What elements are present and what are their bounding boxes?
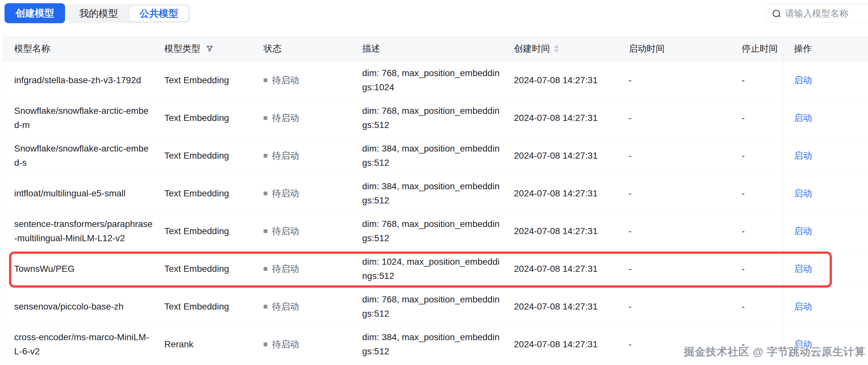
cell-created-time: 2024-07-08 14:27:31 [506, 62, 621, 99]
sort-desc-icon [554, 49, 559, 53]
cell-action: 启动 [783, 99, 868, 137]
cell-action: 启动 [783, 250, 868, 288]
status-dot-icon [264, 116, 268, 120]
col-header-model-type: 模型类型 [157, 36, 256, 61]
start-model-link[interactable]: 启动 [794, 111, 812, 125]
cell-stop-time: - [734, 175, 783, 212]
start-model-link[interactable]: 启动 [794, 224, 812, 238]
status-label: 待启动 [272, 149, 299, 163]
start-model-link[interactable]: 启动 [794, 73, 812, 87]
cell-description: dim: 384, max_position_embeddings:512 [354, 137, 506, 174]
status-label: 待启动 [272, 73, 299, 87]
status-label: 待启动 [272, 337, 299, 352]
cell-action: 启动 [783, 213, 868, 250]
model-console-page: 创建模型 我的模型 公共模型 模型名称 模型类型 状态 [0, 0, 868, 365]
col-header-stop-time: 停止时间 [734, 36, 783, 61]
status-label: 待启动 [272, 300, 299, 314]
cell-status: 待启动 [256, 326, 354, 363]
cell-action: 启动 [783, 175, 868, 212]
cell-description: dim: 768, max_position_embeddings:1024 [354, 62, 506, 99]
cell-created-time: 2024-07-08 14:27:31 [506, 326, 621, 363]
cell-created-time: 2024-07-08 14:27:31 [506, 175, 621, 212]
cell-model-name: sentence-transformers/paraphrase-multili… [3, 213, 157, 250]
cell-start-time: - [621, 137, 734, 174]
col-header-status: 状态 [256, 36, 354, 61]
status-label: 待启动 [272, 186, 299, 201]
cell-created-time: 2024-07-08 14:27:31 [506, 288, 621, 325]
col-header-action: 操作 [783, 36, 868, 61]
status-dot-icon [264, 192, 268, 195]
start-model-link[interactable]: 启动 [794, 300, 812, 314]
cell-status: 待启动 [256, 99, 354, 137]
table-row: TownsWu/PEG Text Embedding 待启动 dim: 1024… [3, 250, 868, 288]
cell-model-type: Text Embedding [157, 62, 256, 99]
cell-created-time: 2024-07-08 14:27:31 [506, 99, 621, 137]
cell-model-type: Text Embedding [157, 213, 256, 250]
cell-created-time: 2024-07-08 14:27:31 [506, 250, 621, 288]
table-row: Snowflake/snowflake-arctic-embed-m Text … [3, 99, 868, 137]
start-model-link[interactable]: 启动 [794, 262, 812, 276]
cell-created-time: 2024-07-08 14:27:31 [506, 137, 621, 174]
model-tabs: 我的模型 公共模型 [68, 4, 190, 23]
cell-stop-time: - [734, 137, 783, 174]
cell-stop-time: - [734, 99, 783, 137]
cell-status: 待启动 [256, 288, 354, 325]
table-row: sentence-transformers/paraphrase-multili… [3, 213, 868, 250]
status-label: 待启动 [272, 262, 299, 276]
cell-model-type: Text Embedding [157, 288, 256, 325]
cell-status: 待启动 [256, 175, 354, 212]
status-dot-icon [264, 78, 268, 82]
col-header-created-time: 创建时间 [506, 36, 621, 61]
cell-stop-time: - [734, 250, 783, 288]
start-model-link[interactable]: 启动 [794, 149, 812, 163]
model-table: 模型名称 模型类型 状态 描述 创建时间 [3, 36, 868, 363]
model-search-box[interactable] [766, 4, 868, 23]
cell-start-time: - [621, 99, 734, 137]
watermark: 掘金技术社区 @ 字节跳动云原生计算 [684, 345, 865, 359]
cell-model-type: Rerank [157, 326, 256, 363]
table-row: infgrad/stella-base-zh-v3-1792d Text Emb… [3, 62, 868, 99]
cell-start-time: - [621, 213, 734, 250]
col-header-description: 描述 [354, 36, 506, 61]
cell-model-name: intfloat/multilingual-e5-small [3, 175, 157, 212]
cell-model-type: Text Embedding [157, 175, 256, 212]
tab-public-models[interactable]: 公共模型 [129, 6, 188, 21]
cell-action: 启动 [783, 137, 868, 174]
sort-icon[interactable] [554, 45, 559, 53]
cell-description: dim: 768, max_position_embeddings:512 [354, 213, 506, 250]
status-dot-icon [264, 342, 268, 346]
cell-description: dim: 384, max_position_embeddings:512 [354, 175, 506, 212]
col-header-model-name: 模型名称 [3, 36, 157, 61]
create-model-button[interactable]: 创建模型 [4, 3, 65, 23]
cell-model-name: Snowflake/snowflake-arctic-embed-s [3, 137, 157, 174]
cell-start-time: - [621, 288, 734, 325]
cell-start-time: - [621, 175, 734, 212]
cell-model-name: sensenova/piccolo-base-zh [3, 288, 157, 325]
cell-model-name: TownsWu/PEG [3, 250, 157, 288]
table-row: sensenova/piccolo-base-zh Text Embedding… [3, 288, 868, 326]
cell-status: 待启动 [256, 137, 354, 174]
filter-icon[interactable] [206, 45, 214, 53]
table-body: infgrad/stella-base-zh-v3-1792d Text Emb… [3, 62, 868, 363]
cell-description: dim: 384, max_position_embeddings:512 [354, 326, 506, 363]
cell-status: 待启动 [256, 62, 354, 99]
status-dot-icon [264, 154, 268, 158]
search-input[interactable] [785, 8, 868, 19]
cell-action: 启动 [783, 62, 868, 99]
cell-model-type: Text Embedding [157, 137, 256, 174]
cell-status: 待启动 [256, 213, 354, 250]
cell-description: dim: 768, max_position_embeddings:512 [354, 288, 506, 325]
tab-my-models[interactable]: 我的模型 [70, 6, 128, 21]
col-header-start-time: 启动时间 [621, 36, 734, 61]
cell-stop-time: - [734, 288, 783, 325]
search-icon [772, 9, 781, 18]
start-model-link[interactable]: 启动 [794, 186, 812, 201]
sort-asc-icon [554, 45, 559, 48]
cell-action: 启动 [783, 288, 868, 325]
cell-model-type: Text Embedding [157, 99, 256, 137]
cell-model-name: cross-encoder/ms-marco-MiniLM-L-6-v2 [3, 326, 157, 363]
table-header-row: 模型名称 模型类型 状态 描述 创建时间 [3, 36, 868, 62]
cell-status: 待启动 [256, 250, 354, 288]
cell-start-time: - [621, 62, 734, 99]
status-dot-icon [264, 305, 268, 309]
